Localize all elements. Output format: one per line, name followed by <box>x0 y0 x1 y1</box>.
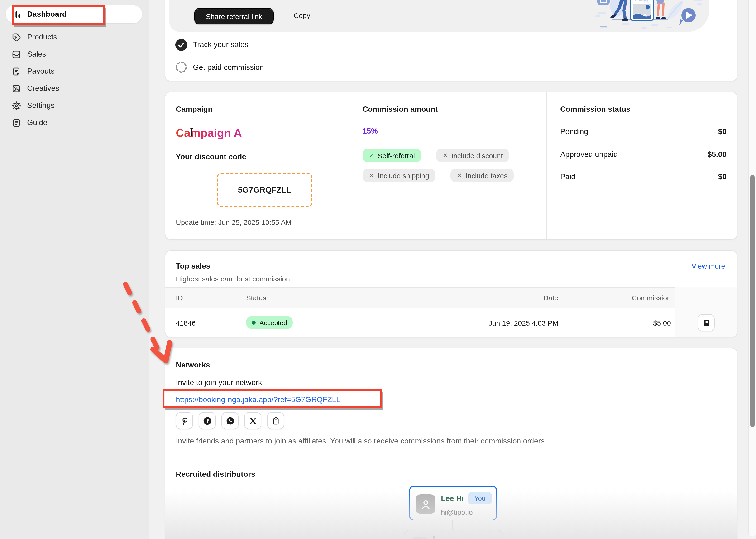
scrollbar-track[interactable] <box>748 0 756 537</box>
section-divider <box>165 453 737 453</box>
price-tag-icon: $ <box>11 32 21 42</box>
badge-label: Include shipping <box>378 171 429 180</box>
inbox-icon <box>11 49 21 59</box>
x-icon: ✕ <box>457 172 462 179</box>
svg-text:f: f <box>206 418 208 424</box>
top-sales-card: Top sales Highest sales earn best commis… <box>165 251 737 338</box>
copy-link-button[interactable] <box>267 412 284 429</box>
distributor-node-partial[interactable] <box>404 530 503 539</box>
commission-status-heading: Commission status <box>560 105 630 114</box>
campaign-card: Campaign Campaign A Your discount code 5… <box>165 92 737 240</box>
receipt-icon <box>702 318 711 327</box>
x-icon: ✕ <box>443 152 448 159</box>
discount-code-box[interactable]: 5G7GRQFZLL <box>217 173 312 207</box>
gear-icon <box>11 101 21 111</box>
referral-banner: Share referral link Copy <box>169 0 710 32</box>
column-header-commission: Commission <box>632 293 671 302</box>
share-whatsapp-button[interactable] <box>222 412 239 429</box>
sidebar-item-settings[interactable]: Settings <box>6 97 142 115</box>
referral-url-link[interactable]: https://booking-nga.jaka.app/?ref=5G7GRQ… <box>176 395 340 405</box>
dashed-circle-icon <box>175 61 187 73</box>
view-more-link[interactable]: View more <box>692 262 725 270</box>
sidebar-item-dashboard[interactable]: Dashboard <box>6 5 142 23</box>
top-sales-subtitle: Highest sales earn best commission <box>176 274 290 283</box>
bar-chart-icon <box>11 9 21 19</box>
share-facebook-button[interactable]: f <box>199 412 216 429</box>
discount-code-value: 5G7GRQFZLL <box>238 185 292 194</box>
annotation-arrow <box>107 264 183 371</box>
sidebar-item-label: Dashboard <box>27 10 67 19</box>
sidebar-item-label: Products <box>27 33 57 41</box>
badge-include-shipping: ✕ Include shipping <box>363 169 435 182</box>
status-value-approved: $5.00 <box>708 150 726 159</box>
networks-description: Invite friends and partners to join as a… <box>176 436 545 446</box>
svg-text:$: $ <box>15 35 17 39</box>
status-badge-accepted: Accepted <box>246 316 293 329</box>
sidebar-item-guide[interactable]: Guide <box>6 114 142 132</box>
badge-label: Self-referral <box>378 151 415 159</box>
copy-link-icon <box>271 416 280 425</box>
badge-include-taxes: ✕ Include taxes <box>450 169 514 182</box>
cell-date: Jun 19, 2025 4:03 PM <box>489 319 558 328</box>
clipped-text <box>433 536 435 539</box>
sidebar-item-label: Payouts <box>27 67 55 76</box>
sidebar-item-label: Settings <box>27 101 55 110</box>
sidebar-item-label: Guide <box>27 118 47 127</box>
step-track-sales: Track your sales <box>193 40 248 49</box>
commission-rate: 15% <box>363 127 378 135</box>
cell-commission: $5.00 <box>653 319 671 328</box>
x-icon <box>248 416 257 425</box>
status-value-paid: $0 <box>718 172 726 182</box>
badge-label: Include discount <box>451 151 503 159</box>
distributor-email: hi@tipo.io <box>441 507 473 517</box>
person-icon <box>419 498 432 510</box>
whatsapp-icon <box>226 416 235 425</box>
onboarding-card: Share referral link Copy <box>165 0 737 81</box>
commission-amount-heading: Commission amount <box>363 105 438 114</box>
check-icon: ✓ <box>369 152 374 159</box>
sidebar-item-sales[interactable]: Sales <box>6 45 142 63</box>
sidebar-item-creatives[interactable]: Creatives <box>6 79 142 98</box>
share-referral-link-button[interactable]: Share referral link <box>194 8 274 24</box>
receipt-page-icon <box>11 66 21 76</box>
campaign-name-link[interactable]: Campaign A <box>176 126 242 140</box>
step-get-paid: Get paid commission <box>193 63 264 72</box>
recruited-heading: Recruited distributors <box>176 470 255 479</box>
card-divider <box>546 92 547 239</box>
book-icon <box>11 117 21 128</box>
sidebar-item-label: Creatives <box>27 84 59 93</box>
distributor-node-you[interactable]: Lee Hi You hi@tipo.io <box>409 486 497 520</box>
discount-code-heading: Your discount code <box>176 152 246 162</box>
sidebar-item-payouts[interactable]: Payouts <box>6 62 142 80</box>
badge-self-referral: ✓ Self-referral <box>363 149 421 162</box>
pinterest-icon <box>180 416 189 425</box>
tree-connector <box>452 520 453 530</box>
invite-label: Invite to join your network <box>176 378 262 387</box>
badge-label: Include taxes <box>465 171 508 180</box>
you-badge: You <box>468 492 492 504</box>
badge-include-discount: ✕ Include discount <box>436 149 509 162</box>
copy-button[interactable]: Copy <box>294 11 310 20</box>
table-header: ID Status Date Commission <box>165 287 737 308</box>
scrollbar-thumb[interactable] <box>750 175 755 427</box>
view-sale-button[interactable] <box>698 314 715 331</box>
status-value-pending: $0 <box>718 127 726 136</box>
avatar <box>411 537 429 539</box>
share-x-button[interactable] <box>244 412 261 429</box>
referral-illustration <box>595 0 706 30</box>
status-label-approved: Approved unpaid <box>560 150 618 159</box>
update-time: Update time: Jun 25, 2025 10:55 AM <box>176 218 292 227</box>
avatar <box>416 494 435 514</box>
x-icon: ✕ <box>369 172 374 179</box>
networks-card: Networks Invite to join your network htt… <box>165 348 737 539</box>
distributor-name: Lee Hi <box>441 494 464 503</box>
sidebar-item-products[interactable]: $ Products <box>6 28 142 46</box>
share-pinterest-button[interactable] <box>176 412 193 429</box>
green-dot-icon <box>252 321 256 324</box>
column-header-date: Date <box>543 293 558 302</box>
status-badge-label: Accepted <box>259 319 287 326</box>
sidebar-item-label: Sales <box>27 50 46 58</box>
status-label-pending: Pending <box>560 127 588 136</box>
app-window: Dashboard $ Products Sales Payouts <box>0 0 756 539</box>
column-header-status: Status <box>246 293 266 302</box>
